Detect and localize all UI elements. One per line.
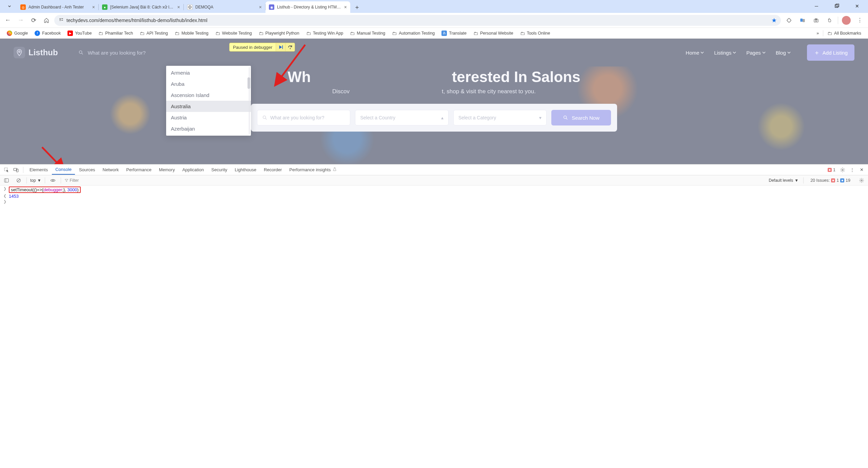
paused-overlay	[0, 39, 868, 164]
inspect-element-icon[interactable]	[2, 165, 11, 174]
devtools-tab-elements[interactable]: Elements	[26, 165, 51, 174]
tab-title: DEMOQA	[195, 5, 256, 9]
reload-button[interactable]: ⟳	[28, 15, 39, 25]
log-levels-selector[interactable]: Default levels ▼	[769, 178, 798, 183]
devtools-tabs: Elements Console Sources Network Perform…	[0, 164, 868, 175]
camera-icon[interactable]	[811, 15, 822, 25]
page-viewport: Paused in debugger Listhub What are you …	[0, 39, 868, 164]
dropdown-option[interactable]: Aruba	[166, 78, 251, 90]
console-prompt[interactable]	[3, 199, 865, 204]
back-button[interactable]: ←	[3, 15, 13, 25]
clear-console-icon[interactable]	[14, 176, 23, 185]
devtools-tab-console[interactable]: Console	[52, 165, 75, 175]
devtools-settings-icon[interactable]	[838, 165, 847, 174]
svg-line-22	[42, 147, 61, 164]
site-info-icon[interactable]	[58, 17, 64, 23]
devtools-more-icon[interactable]: ⋮	[848, 165, 856, 174]
devtools-tab-application[interactable]: Application	[179, 165, 208, 174]
puzzle-icon[interactable]	[824, 15, 835, 25]
console-body[interactable]: setTimeout(()=>{debugger;}, 3000) 1453	[0, 186, 868, 468]
forward-button[interactable]: →	[16, 15, 26, 25]
error-icon: ■	[828, 168, 832, 172]
bookmark-folder[interactable]: 🗀Personal Website	[471, 30, 516, 37]
live-expression-icon[interactable]	[48, 176, 57, 185]
devtools-tab-security[interactable]: Security	[208, 165, 231, 174]
device-toolbar-icon[interactable]	[12, 165, 20, 174]
close-icon[interactable]: ×	[259, 4, 262, 10]
devtools-tab-network[interactable]: Network	[99, 165, 122, 174]
dropdown-scrollbar[interactable]	[245, 67, 250, 134]
new-tab-button[interactable]: ＋	[352, 2, 362, 12]
minimize-button[interactable]: ─	[810, 1, 823, 11]
devtools-tab-lighthouse[interactable]: Lighthouse	[231, 165, 260, 174]
console-input-line: setTimeout(()=>{debugger;}, 3000)	[3, 186, 865, 193]
svg-point-3	[60, 18, 61, 19]
devtools-close-icon[interactable]: ✕	[857, 165, 866, 174]
bookmark-folder[interactable]: 🗀Playwright Python	[256, 30, 302, 37]
close-icon[interactable]: ×	[344, 4, 347, 10]
bookmark-item[interactable]: fFacebook	[32, 30, 63, 37]
profile-avatar[interactable]	[841, 15, 852, 25]
devtools-tab-perf-insights[interactable]: Performance insights	[286, 165, 340, 174]
dropdown-option[interactable]: Armenia	[166, 67, 251, 78]
svg-rect-2	[836, 4, 839, 6]
devtools-tab-performance[interactable]: Performance	[123, 165, 155, 174]
console-output-line: 1453	[3, 193, 865, 199]
bookmarks-overflow[interactable]: »	[814, 30, 822, 37]
bookmark-folder[interactable]: 🗀Automation Testing	[389, 30, 437, 37]
input-chevron-icon	[3, 199, 7, 204]
issues-counter[interactable]: 20 Issues: ■1 ■19	[808, 177, 852, 183]
bookmark-folder[interactable]: 🗀API Testing	[137, 30, 171, 37]
tab-title: Admin Dashboard - Anh Tester	[28, 5, 90, 9]
browser-tab[interactable]: ◎ Admin Dashboard - Anh Tester ×	[17, 1, 98, 13]
console-toolbar: top▼ Filter Default levels ▼ 20 Issues: …	[0, 175, 868, 186]
address-bar-row: ← → ⟳ techydevs.com/demos/themes/html/li…	[0, 13, 868, 28]
browser-tab[interactable]: ● [Selenium Java] Bài 8: Cách xử lý Drop…	[99, 1, 183, 13]
bookmark-folder[interactable]: 🗀Mobile Testing	[172, 30, 211, 37]
dropdown-option-selected[interactable]: Australia	[166, 101, 251, 112]
console-filter[interactable]: Filter	[64, 178, 79, 183]
tab-title: Listhub - Directory & Listing HTML5 T	[277, 5, 341, 9]
svg-rect-7	[800, 18, 803, 21]
console-result: 1453	[9, 194, 19, 199]
bookmark-item[interactable]: GGoogle	[4, 30, 31, 37]
bookmark-folder[interactable]: 🗀Manual Testing	[347, 30, 388, 37]
bookmark-star-icon[interactable]: ★	[771, 17, 777, 24]
browser-tab-active[interactable]: ◉ Listhub - Directory & Listing HTML5 T …	[265, 1, 350, 13]
close-window-button[interactable]: ✕	[851, 1, 863, 11]
url-text: techydevs.com/demos/themes/html/listhub-…	[66, 18, 208, 23]
dropdown-option[interactable]: Austria	[166, 112, 251, 123]
translate-icon[interactable]	[797, 15, 808, 25]
devtools-top-errors[interactable]: ■ 1	[826, 167, 837, 173]
close-icon[interactable]: ×	[92, 4, 95, 10]
dropdown-option[interactable]: Ascension Island	[166, 90, 251, 101]
extensions-icon[interactable]	[784, 15, 794, 25]
toggle-sidebar-icon[interactable]	[2, 176, 11, 185]
devtools-tab-memory[interactable]: Memory	[156, 165, 178, 174]
bookmark-folder[interactable]: 🗀Tools Online	[517, 30, 553, 37]
address-bar[interactable]: techydevs.com/demos/themes/html/listhub-…	[54, 15, 781, 26]
devtools-tab-sources[interactable]: Sources	[76, 165, 99, 174]
bookmark-folder[interactable]: 🗀Phamiliar Tech	[96, 30, 136, 37]
svg-rect-8	[803, 19, 805, 22]
home-button[interactable]	[41, 15, 52, 25]
menu-icon[interactable]: ⋮	[854, 15, 865, 25]
bookmark-folder[interactable]: 🗀Website Testing	[213, 30, 255, 37]
bookmark-folder[interactable]: 🗀Testing Win App	[303, 30, 346, 37]
output-chevron-icon	[3, 194, 7, 198]
svg-line-14	[278, 45, 305, 81]
dropdown-option[interactable]: Azerbaijan	[166, 123, 251, 134]
svg-rect-27	[4, 178, 8, 182]
console-settings-icon[interactable]	[857, 176, 866, 185]
bookmarks-bar: GGoogle fFacebook ▶YouTube 🗀Phamiliar Te…	[0, 28, 868, 39]
all-bookmarks[interactable]: 🗀All Bookmarks	[825, 30, 864, 37]
maximize-button[interactable]	[831, 1, 843, 11]
tab-search-dropdown[interactable]	[5, 1, 14, 11]
devtools-tab-recorder[interactable]: Recorder	[260, 165, 285, 174]
browser-tab[interactable]: DEMOQA ×	[184, 1, 265, 13]
bookmark-item[interactable]: あTranslate	[439, 30, 469, 37]
context-selector[interactable]: top▼	[30, 178, 41, 183]
svg-point-26	[842, 169, 843, 171]
close-icon[interactable]: ×	[177, 4, 180, 10]
bookmark-item[interactable]: ▶YouTube	[65, 30, 94, 37]
